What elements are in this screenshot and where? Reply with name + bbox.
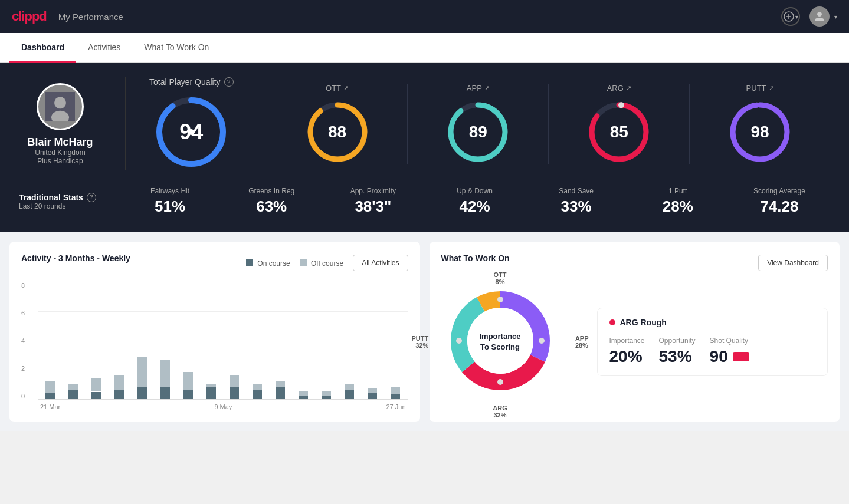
logo[interactable]: clippd xyxy=(12,9,47,24)
detail-opportunity: Opportunity 53% xyxy=(659,337,696,366)
detail-card-wrapper: ARG Rough Importance 20% Opportunity 53%… xyxy=(597,308,828,376)
logo-text: clippd xyxy=(12,9,47,24)
chart-title: Activity - 3 Months - Weekly xyxy=(21,253,130,263)
user-menu[interactable]: ▾ xyxy=(809,6,837,27)
user-chevron: ▾ xyxy=(834,14,837,20)
plus-circle-icon xyxy=(784,11,794,22)
bar-off xyxy=(253,384,262,390)
tpq-label: Total Player Quality ? xyxy=(149,77,234,87)
bottom-panels: Activity - 3 Months - Weekly On course O… xyxy=(0,232,849,431)
tpq-value: 94 xyxy=(179,120,203,144)
bar-off xyxy=(68,384,78,390)
detail-card-title: ARG Rough xyxy=(609,318,816,327)
bar-on xyxy=(276,387,285,399)
bar-off xyxy=(183,372,193,390)
detail-shot-quality: Shot Quality 90 xyxy=(710,337,749,366)
putt-arrow-icon: ↗ xyxy=(769,84,774,92)
stats-title: Traditional Stats ? xyxy=(19,193,119,202)
metric-ott: OTT ↗ 88 xyxy=(267,84,408,164)
svg-point-25 xyxy=(539,338,545,344)
detail-metrics: Importance 20% Opportunity 53% Shot Qual… xyxy=(609,337,816,366)
header-left: clippd My Performance xyxy=(12,9,123,24)
wtwo-panel: What To Work On View Dashboard OTT 8% PU… xyxy=(430,242,840,422)
grid-line-6 xyxy=(38,311,408,312)
bar-off xyxy=(345,384,354,390)
avatar xyxy=(809,6,830,27)
stats-row: Traditional Stats ? Last 20 rounds Fairw… xyxy=(19,185,830,218)
donut-label-arg: ARG 32% xyxy=(493,404,507,419)
y-axis: 8 6 4 2 0 xyxy=(21,282,25,400)
grid-line-2 xyxy=(38,370,408,370)
grid-line-4 xyxy=(38,341,408,341)
wtwo-body: OTT 8% PUTT 32% APP 28% ARG 32% xyxy=(441,282,828,402)
bar-off xyxy=(230,375,239,387)
all-activities-button[interactable]: All Activities xyxy=(353,255,408,271)
player-country: United Kingdom xyxy=(35,149,85,157)
stats-subtitle: Last 20 rounds xyxy=(19,202,119,210)
hero-top: Blair McHarg United Kingdom Plus Handica… xyxy=(19,77,830,170)
stat-greens: Greens In Reg 63% xyxy=(221,187,322,216)
bar-off xyxy=(391,387,400,394)
player-handicap: Plus Handicap xyxy=(37,157,83,165)
stat-fairways: Fairways Hit 51% xyxy=(119,187,221,216)
putt-value: 98 xyxy=(750,123,769,141)
donut-center: Importance To Scoring xyxy=(479,331,520,353)
bar-on xyxy=(299,396,308,399)
legend-on-dot xyxy=(246,259,253,266)
tpq-circle: 94 xyxy=(153,94,230,170)
app-value: 89 xyxy=(469,123,487,141)
putt-label: PUTT ↗ xyxy=(746,84,774,93)
bar-off xyxy=(137,357,147,387)
tab-dashboard[interactable]: Dashboard xyxy=(9,33,76,63)
arg-arrow-icon: ↗ xyxy=(626,84,631,92)
bar-on xyxy=(183,390,193,399)
app-arrow-icon: ↗ xyxy=(484,84,490,92)
legend-off-dot xyxy=(300,259,307,266)
stat-updown: Up & Down 42% xyxy=(424,187,525,216)
bar-on xyxy=(91,392,101,399)
arg-value: 85 xyxy=(610,123,628,141)
bar-off xyxy=(368,388,377,393)
player-avatar xyxy=(37,83,84,130)
player-info: Blair McHarg United Kingdom Plus Handica… xyxy=(19,83,101,165)
hero-section: Blair McHarg United Kingdom Plus Handica… xyxy=(0,63,849,232)
view-dashboard-button[interactable]: View Dashboard xyxy=(758,255,828,271)
bar-off xyxy=(45,381,55,393)
bar-on xyxy=(206,387,216,399)
bar-on xyxy=(137,387,147,399)
metric-putt: PUTT ↗ 98 xyxy=(690,84,830,164)
chart-header: Activity - 3 Months - Weekly On course O… xyxy=(21,253,408,272)
add-icon[interactable]: ▾ xyxy=(781,7,800,26)
bar-on xyxy=(114,390,124,399)
user-icon xyxy=(814,11,825,22)
arg-circle: 85 xyxy=(586,100,651,164)
total-quality-card: Total Player Quality ? 94 xyxy=(149,77,248,170)
chart-grid xyxy=(38,282,408,400)
ott-label: OTT ↗ xyxy=(326,84,349,93)
tab-activities[interactable]: Activities xyxy=(76,33,132,63)
metric-arg: ARG ↗ 85 xyxy=(549,84,690,164)
ott-circle: 88 xyxy=(305,100,370,164)
bar-on xyxy=(160,387,170,399)
bar-on xyxy=(68,390,78,399)
detail-card: ARG Rough Importance 20% Opportunity 53%… xyxy=(597,308,828,376)
divider-player-metrics xyxy=(125,77,126,170)
detail-importance: Importance 20% xyxy=(609,337,645,366)
bar-on xyxy=(45,393,55,399)
add-chevron: ▾ xyxy=(795,14,798,20)
ott-value: 88 xyxy=(328,123,346,141)
bar-off xyxy=(299,391,308,396)
app-circle: 89 xyxy=(445,100,510,164)
legend-on-course: On course xyxy=(246,259,290,268)
x-axis: 21 Mar 9 May 27 Jun xyxy=(38,400,408,410)
stat-oneputt: 1 Putt 28% xyxy=(627,187,729,216)
stats-info-icon[interactable]: ? xyxy=(87,193,96,202)
donut-wrapper: OTT 8% PUTT 32% APP 28% ARG 32% xyxy=(441,282,559,402)
grid-line-8 xyxy=(38,282,408,282)
donut-label-app: APP 28% xyxy=(575,335,589,349)
bar-on xyxy=(391,394,400,399)
wtwo-header: What To Work On View Dashboard xyxy=(441,253,828,272)
tab-what-to-work-on[interactable]: What To Work On xyxy=(132,33,221,63)
bar-off xyxy=(114,375,124,390)
tpq-info-icon[interactable]: ? xyxy=(224,77,234,87)
